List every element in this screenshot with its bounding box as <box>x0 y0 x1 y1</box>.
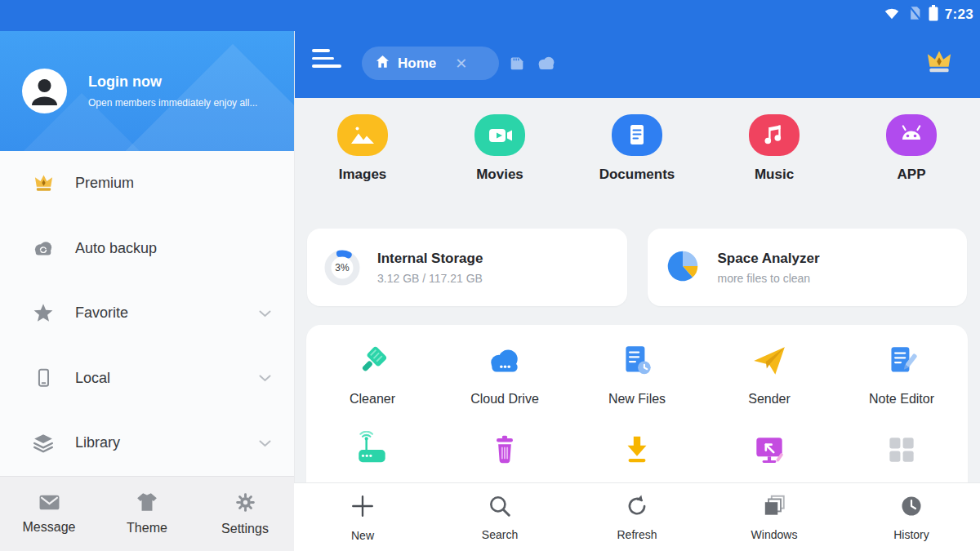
toolbar-label: Search <box>482 528 518 541</box>
toolbar-label: Refresh <box>617 528 657 541</box>
tool-label: Note Editor <box>869 392 934 407</box>
footer-item-label: Theme <box>127 521 167 535</box>
tab-label: Home <box>398 56 436 72</box>
chevron-down-icon <box>259 371 271 385</box>
gear-icon <box>235 492 256 516</box>
bottom-toolbar: New Search Refresh <box>294 482 980 551</box>
toolbar-history[interactable]: History <box>843 483 980 551</box>
chevron-down-icon <box>259 436 271 451</box>
sidebar-item-premium[interactable]: Premium <box>0 151 294 216</box>
sidebar-list: Premium Auto backup Favorite <box>0 151 294 476</box>
sd-card-icon[interactable] <box>508 54 526 75</box>
category-row: Images Movies Documents Music <box>294 114 980 183</box>
toolbar-refresh[interactable]: Refresh <box>568 483 706 551</box>
premium-crown-icon[interactable] <box>924 47 954 77</box>
tool-label: Sender <box>748 392 791 407</box>
layers-icon <box>31 433 56 454</box>
sidebar-item-library[interactable]: Library <box>0 411 294 476</box>
search-icon <box>488 494 512 522</box>
sidebar-item-favorite[interactable]: Favorite <box>0 281 294 346</box>
analyzer-card-title: Space Analyzer <box>718 251 820 267</box>
info-cards-row: 3% Internal Storage 3.12 GB / 117.21 GB <box>294 229 980 306</box>
sidebar-item-label: Library <box>75 434 259 451</box>
storage-card-title: Internal Storage <box>377 251 483 267</box>
tool-sender[interactable]: Sender <box>703 342 835 407</box>
sidebar-item-auto-backup[interactable]: Auto backup <box>0 216 294 282</box>
tool-recycle-bin[interactable] <box>439 431 571 472</box>
footer-item-settings[interactable]: Settings <box>196 477 294 551</box>
status-bar: 7:23 <box>883 4 973 25</box>
tool-cleaner[interactable]: Cleaner <box>306 342 439 407</box>
tool-note-editor[interactable]: Note Editor <box>835 342 968 407</box>
tool-new-files[interactable]: New Files <box>571 342 703 407</box>
battery-icon <box>928 4 939 25</box>
pie-chart-icon <box>664 247 702 288</box>
category-movies[interactable]: Movies <box>431 114 568 183</box>
toolbar-label: Windows <box>751 528 798 541</box>
tool-download[interactable] <box>571 431 703 472</box>
refresh-icon <box>625 494 649 522</box>
music-icon <box>749 114 800 156</box>
screen-cast-icon <box>751 431 788 472</box>
crown-icon <box>31 173 56 193</box>
toolbar-search[interactable]: Search <box>431 483 568 551</box>
trash-icon <box>486 431 523 472</box>
toolbar-label: History <box>893 528 929 541</box>
wifi-icon <box>883 4 901 25</box>
tool-wifi-router[interactable] <box>306 431 439 472</box>
tab-home[interactable]: Home ✕ <box>362 47 499 80</box>
login-banner[interactable]: Login now Open members immediately enjoy… <box>0 31 294 151</box>
chevron-down-icon <box>259 306 271 321</box>
no-sim-icon <box>906 4 922 25</box>
file-manager-app: 7:23 Home ✕ <box>0 0 980 551</box>
tool-label: Cloud Drive <box>470 392 539 407</box>
tab-close-icon[interactable]: ✕ <box>455 56 467 71</box>
tools-row-1: Cleaner Cloud Drive <box>306 325 968 407</box>
sidebar-item-label: Premium <box>75 175 271 192</box>
footer-item-message[interactable]: Message <box>0 477 98 551</box>
tool-more-grid[interactable] <box>835 431 968 472</box>
category-documents[interactable]: Documents <box>568 114 706 183</box>
footer-item-theme[interactable]: Theme <box>98 477 196 551</box>
storage-card-usage: 3.12 GB / 117.21 GB <box>377 272 483 285</box>
sidebar-item-label: Auto backup <box>75 240 271 257</box>
sidebar-item-label: Favorite <box>75 304 259 322</box>
smartphone-icon <box>31 367 56 389</box>
toolbar-windows[interactable]: Windows <box>706 483 843 551</box>
internal-storage-card[interactable]: 3% Internal Storage 3.12 GB / 117.21 GB <box>307 229 627 306</box>
category-label: Movies <box>476 167 523 183</box>
cloud-icon[interactable] <box>536 55 557 74</box>
menu-hamburger-icon[interactable] <box>312 49 343 75</box>
category-images[interactable]: Images <box>294 114 431 183</box>
category-app[interactable]: APP <box>843 114 980 183</box>
category-label: APP <box>898 167 926 183</box>
storage-percent: 3% <box>323 249 361 287</box>
wifi-router-icon <box>354 431 391 472</box>
cloud-drive-icon <box>486 342 523 383</box>
status-time: 7:23 <box>945 7 973 23</box>
sidebar: Login now Open members immediately enjoy… <box>0 31 294 551</box>
footer-item-label: Settings <box>221 522 269 536</box>
images-icon <box>337 114 388 156</box>
avatar <box>22 69 67 113</box>
star-icon <box>31 303 56 323</box>
envelope-icon <box>38 494 60 514</box>
footer-item-label: Message <box>23 520 76 535</box>
category-music[interactable]: Music <box>706 114 843 183</box>
windows-stack-icon <box>761 494 787 522</box>
storage-usage-ring: 3% <box>323 249 361 287</box>
sidebar-item-local[interactable]: Local <box>0 346 294 411</box>
tool-cloud-drive[interactable]: Cloud Drive <box>439 342 571 407</box>
toolbar-new[interactable]: New <box>294 483 431 551</box>
sidebar-item-label: Local <box>75 370 259 387</box>
android-icon <box>886 114 937 156</box>
toolbar-label: New <box>351 529 374 542</box>
sidebar-footer: Message Theme <box>0 476 294 551</box>
new-files-icon <box>618 342 656 383</box>
login-subtitle: Open members immediately enjoy all... <box>88 97 257 109</box>
tool-screen-cast[interactable] <box>703 431 835 472</box>
tool-label: New Files <box>608 392 666 407</box>
note-editor-icon <box>883 342 920 383</box>
home-icon <box>375 54 390 73</box>
space-analyzer-card[interactable]: Space Analyzer more files to clean <box>648 229 968 306</box>
